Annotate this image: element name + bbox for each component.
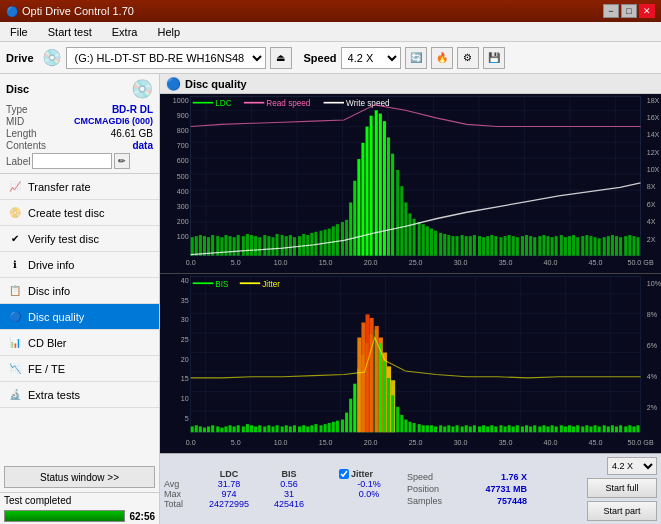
- svg-rect-268: [538, 426, 541, 432]
- position-key: Position: [407, 484, 439, 494]
- menu-help[interactable]: Help: [151, 24, 186, 40]
- menu-file[interactable]: File: [4, 24, 34, 40]
- nav-extra-tests[interactable]: 🔬 Extra tests: [0, 382, 159, 408]
- disc-icon: 💿: [131, 78, 153, 100]
- svg-rect-189: [237, 425, 240, 432]
- svg-rect-135: [598, 238, 601, 255]
- disc-label-input[interactable]: [32, 153, 112, 169]
- total-ldc: 24272995: [199, 499, 259, 509]
- content-area: 🔵 Disc quality: [160, 74, 661, 524]
- svg-rect-205: [306, 426, 309, 432]
- time-display: 62:56: [129, 511, 155, 522]
- svg-text:25.0: 25.0: [409, 258, 423, 267]
- svg-rect-254: [478, 426, 481, 432]
- svg-text:2%: 2%: [647, 403, 658, 413]
- close-button[interactable]: ✕: [639, 4, 655, 18]
- svg-text:100: 100: [177, 232, 189, 241]
- start-full-button[interactable]: Start full: [587, 478, 657, 498]
- svg-rect-185: [220, 428, 223, 433]
- svg-rect-202: [293, 425, 296, 432]
- svg-rect-275: [568, 425, 571, 432]
- svg-text:18X: 18X: [647, 95, 660, 104]
- svg-rect-282: [598, 426, 601, 432]
- disc-panel: Disc 💿 Type BD-R DL MID CMCMAGDI6 (000) …: [0, 74, 159, 174]
- svg-rect-179: [195, 425, 198, 432]
- eject-button[interactable]: ⏏: [270, 47, 292, 69]
- svg-rect-267: [533, 425, 536, 432]
- speed-select-stats[interactable]: 4.2 X: [607, 457, 657, 475]
- svg-rect-105: [469, 236, 472, 256]
- svg-rect-122: [542, 235, 545, 256]
- svg-text:6%: 6%: [647, 340, 658, 350]
- nav-cd-bler[interactable]: 📊 CD Bler: [0, 330, 159, 356]
- nav-label-cd-bler: CD Bler: [28, 337, 67, 349]
- jitter-checkbox[interactable]: [339, 469, 349, 479]
- svg-text:10.0: 10.0: [274, 258, 288, 267]
- svg-rect-132: [585, 235, 588, 256]
- nav-disc-info[interactable]: 📋 Disc info: [0, 278, 159, 304]
- nav-disc-quality[interactable]: 🔵 Disc quality: [0, 304, 159, 330]
- svg-text:40.0: 40.0: [544, 258, 558, 267]
- svg-rect-115: [512, 236, 515, 256]
- minimize-button[interactable]: −: [603, 4, 619, 18]
- maximize-button[interactable]: □: [621, 4, 637, 18]
- max-bis: 31: [259, 489, 319, 499]
- nav-transfer-rate[interactable]: 📈 Transfer rate: [0, 174, 159, 200]
- svg-text:35.0: 35.0: [499, 258, 513, 267]
- svg-rect-126: [560, 235, 563, 256]
- svg-rect-84: [379, 114, 382, 256]
- refresh-button[interactable]: 🔄: [405, 47, 427, 69]
- svg-rect-249: [455, 425, 458, 432]
- speed-select[interactable]: 4.2 X: [341, 47, 401, 69]
- save-button[interactable]: 💾: [483, 47, 505, 69]
- svg-rect-238: [408, 422, 411, 432]
- nav-verify-test-disc[interactable]: ✔ Verify test disc: [0, 226, 159, 252]
- svg-text:50.0 GB: 50.0 GB: [627, 438, 653, 448]
- svg-rect-234: [391, 395, 394, 432]
- svg-rect-279: [585, 425, 588, 432]
- svg-rect-102: [455, 236, 458, 256]
- status-text: Test completed: [4, 495, 71, 506]
- label-edit-button[interactable]: ✏: [114, 153, 130, 169]
- svg-rect-233: [387, 378, 390, 432]
- mid-label: MID: [6, 116, 24, 127]
- svg-rect-236: [400, 415, 403, 432]
- svg-rect-208: [320, 425, 323, 432]
- svg-rect-77: [349, 202, 352, 255]
- progress-bar: [4, 510, 125, 522]
- nav-create-test-disc[interactable]: 📀 Create test disc: [0, 200, 159, 226]
- menu-start-test[interactable]: Start test: [42, 24, 98, 40]
- svg-text:800: 800: [177, 126, 189, 135]
- svg-text:30: 30: [181, 315, 189, 325]
- nav-drive-info[interactable]: ℹ Drive info: [0, 252, 159, 278]
- svg-rect-56: [258, 237, 261, 255]
- svg-text:30.0: 30.0: [454, 438, 468, 448]
- drive-select[interactable]: (G:) HL-DT-ST BD-RE WH16NS48 1.D3: [66, 47, 266, 69]
- svg-rect-200: [285, 425, 288, 432]
- settings-button[interactable]: ⚙: [457, 47, 479, 69]
- svg-rect-284: [607, 426, 610, 432]
- nav-fe-te[interactable]: 📉 FE / TE: [0, 356, 159, 382]
- burn-button[interactable]: 🔥: [431, 47, 453, 69]
- cd-bler-icon: 📊: [8, 336, 22, 350]
- svg-rect-133: [589, 236, 592, 256]
- status-window-button[interactable]: Status window >>: [4, 466, 155, 488]
- quality-icon: 🔵: [166, 77, 181, 91]
- svg-text:4X: 4X: [647, 217, 656, 226]
- start-part-button[interactable]: Start part: [587, 501, 657, 521]
- svg-rect-79: [357, 159, 360, 256]
- svg-rect-260: [504, 426, 507, 432]
- svg-rect-127: [564, 237, 567, 255]
- svg-text:35: 35: [181, 295, 189, 305]
- svg-rect-255: [482, 425, 485, 432]
- svg-rect-247: [447, 425, 450, 432]
- svg-rect-140: [619, 237, 622, 255]
- max-ldc: 974: [199, 489, 259, 499]
- svg-text:10X: 10X: [647, 165, 660, 174]
- svg-rect-285: [611, 425, 614, 432]
- svg-rect-90: [404, 202, 407, 255]
- menu-bar: File Start test Extra Help: [0, 22, 661, 42]
- menu-extra[interactable]: Extra: [106, 24, 144, 40]
- svg-rect-278: [581, 426, 584, 432]
- svg-rect-87: [391, 154, 394, 256]
